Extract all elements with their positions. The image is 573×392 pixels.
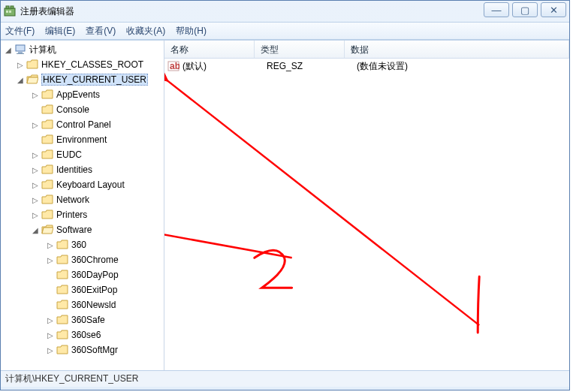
list-row[interactable]: ab (默认) REG_SZ (数值未设置) (164, 59, 569, 74)
tree-label: Environment (56, 134, 107, 145)
tree-item[interactable]: 360DayPop (1, 267, 164, 282)
folder-icon (41, 134, 53, 145)
tree-hkcu[interactable]: ◢ HKEY_CURRENT_USER (1, 72, 164, 87)
tree-label: EUDC (56, 149, 82, 160)
tree-item[interactable]: ▷Control Panel (1, 117, 164, 132)
tree-label: Console (56, 104, 89, 115)
menu-help[interactable]: 帮助(H) (176, 25, 207, 38)
tree-label: HKEY_CLASSES_ROOT (41, 59, 143, 70)
titlebar[interactable]: 注册表编辑器 — ▢ ✕ (1, 1, 569, 22)
folder-icon (41, 149, 53, 160)
toggle-icon[interactable]: ▷ (46, 346, 55, 354)
toggle-icon[interactable]: ▷ (31, 211, 40, 219)
folder-icon (56, 285, 68, 295)
tree-label: Keyboard Layout (56, 179, 125, 190)
tree-item[interactable]: 360ExitPop (1, 282, 164, 297)
tree-software[interactable]: ◢Software (1, 222, 164, 237)
tree-label: 360se6 (71, 330, 101, 340)
svg-rect-7 (17, 53, 24, 54)
folder-icon (56, 315, 68, 325)
tree-label: 360DayPop (71, 270, 119, 280)
tree-item[interactable]: ▷Network (1, 192, 164, 207)
tree-label: 360ExitPop (71, 285, 117, 295)
row-data: (数值未设置) (357, 60, 569, 73)
svg-rect-6 (18, 52, 23, 53)
toggle-icon[interactable]: ▷ (16, 61, 25, 69)
folder-icon (41, 89, 53, 100)
tree-label: 360Chrome (71, 255, 119, 265)
tree-item[interactable]: ▷Printers (1, 207, 164, 222)
folder-icon (41, 179, 53, 190)
menu-favorites[interactable]: 收藏夹(A) (126, 25, 165, 38)
tree-item[interactable]: ▷AppEvents (1, 87, 164, 102)
minimize-button[interactable]: — (484, 2, 509, 17)
tree-root-computer[interactable]: ◢ 计算机 (1, 42, 164, 57)
column-data[interactable]: 数据 (345, 41, 569, 58)
annotation-overlay (164, 41, 569, 370)
toggle-icon[interactable]: ◢ (31, 226, 40, 234)
menu-edit[interactable]: 编辑(E) (45, 25, 75, 38)
tree-label: 360SoftMgr (71, 345, 118, 355)
tree-label: HKEY_CURRENT_USER (41, 74, 148, 86)
toggle-icon[interactable]: ▷ (31, 91, 40, 99)
tree-item[interactable]: ▷360se6 (1, 327, 164, 342)
toggle-icon[interactable]: ▷ (46, 241, 55, 249)
row-type: REG_SZ (267, 61, 357, 71)
folder-icon (41, 194, 53, 205)
tree-label: 360Newsld (71, 300, 116, 310)
menu-file[interactable]: 文件(F) (5, 25, 35, 38)
row-name: (默认) (182, 60, 267, 73)
tree-item[interactable]: ▷360SoftMgr (1, 342, 164, 357)
tree-item[interactable]: Console (1, 102, 164, 117)
tree-item[interactable]: 360Newsld (1, 297, 164, 312)
menu-view[interactable]: 查看(V) (86, 25, 116, 38)
content-area: ◢ 计算机 ▷ HKEY_CLASSES_ROOT ◢ HKEY_CURRENT… (1, 40, 569, 370)
svg-text:ab: ab (170, 61, 179, 71)
tree-item[interactable]: ▷360Safe (1, 312, 164, 327)
tree-item[interactable]: ▷EUDC (1, 147, 164, 162)
tree-pane[interactable]: ◢ 计算机 ▷ HKEY_CLASSES_ROOT ◢ HKEY_CURRENT… (1, 41, 164, 370)
toggle-icon[interactable]: ▷ (46, 331, 55, 339)
svg-rect-1 (6, 6, 9, 8)
column-name[interactable]: 名称 (164, 41, 255, 58)
tree-item[interactable]: ▷Keyboard Layout (1, 177, 164, 192)
svg-line-11 (164, 228, 292, 258)
toggle-icon[interactable]: ◢ (16, 76, 25, 84)
toggle-icon[interactable]: ▷ (31, 121, 40, 129)
folder-icon (56, 255, 68, 265)
registry-editor-window: 注册表编辑器 — ▢ ✕ 文件(F) 编辑(E) 查看(V) 收藏夹(A) 帮助… (0, 0, 570, 390)
folder-icon (56, 300, 68, 310)
tree-item[interactable]: ▷Identities (1, 162, 164, 177)
svg-rect-2 (11, 6, 14, 8)
list-pane[interactable]: 名称 类型 数据 ab (默认) REG_SZ (数值未设置) (164, 41, 569, 370)
toggle-icon[interactable]: ◢ (4, 46, 13, 54)
folder-icon (41, 210, 53, 220)
column-type[interactable]: 类型 (255, 41, 345, 58)
tree-hkcr[interactable]: ▷ HKEY_CLASSES_ROOT (1, 57, 164, 72)
window-controls: — ▢ ✕ (484, 2, 566, 17)
toggle-icon[interactable]: ▷ (46, 256, 55, 264)
regedit-icon (4, 5, 16, 17)
svg-rect-5 (16, 45, 25, 51)
tree-item[interactable]: Environment (1, 132, 164, 147)
toggle-icon[interactable]: ▷ (46, 316, 55, 324)
tree-label: Control Panel (56, 119, 111, 130)
tree-item[interactable]: ▷360 (1, 237, 164, 252)
maximize-button[interactable]: ▢ (512, 2, 538, 17)
toggle-icon[interactable]: ▷ (31, 181, 40, 189)
window-title: 注册表编辑器 (20, 5, 74, 18)
toggle-icon[interactable]: ▷ (31, 151, 40, 159)
tree-item[interactable]: ▷360Chrome (1, 252, 164, 267)
computer-icon (14, 44, 26, 55)
folder-icon (41, 119, 53, 130)
string-value-icon: ab (167, 61, 179, 71)
list-header: 名称 类型 数据 (164, 41, 569, 59)
close-button[interactable]: ✕ (541, 2, 566, 17)
toggle-icon[interactable]: ▷ (31, 166, 40, 174)
folder-open-icon (26, 74, 38, 85)
folder-icon (41, 164, 53, 175)
folder-icon (56, 345, 68, 355)
menubar: 文件(F) 编辑(E) 查看(V) 收藏夹(A) 帮助(H) (1, 22, 569, 40)
status-path: 计算机\HKEY_CURRENT_USER (5, 372, 138, 385)
toggle-icon[interactable]: ▷ (31, 196, 40, 204)
